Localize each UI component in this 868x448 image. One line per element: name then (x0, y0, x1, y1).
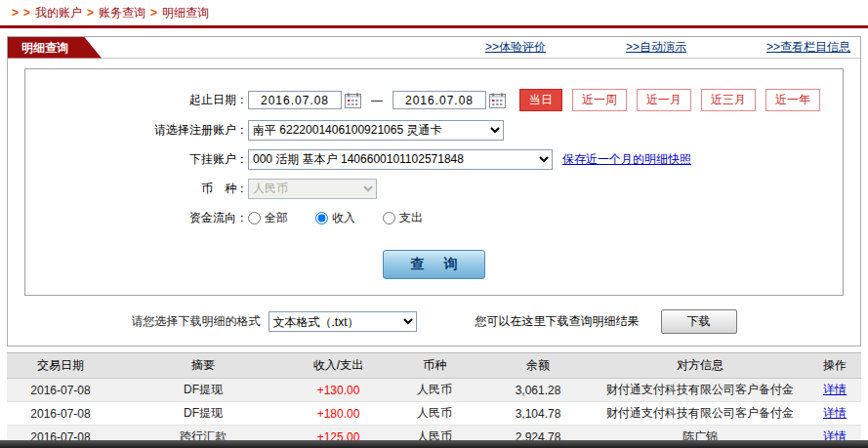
registered-account-row: 请选择注册账户： 南平 6222001406100921065 灵通卡 (25, 119, 843, 141)
cell-amount: +130.00 (292, 379, 385, 402)
fund-flow-all-radio[interactable] (248, 212, 261, 224)
fund-flow-expense-radio[interactable] (383, 212, 395, 224)
col-header-counterparty: 对方信息 (592, 353, 808, 379)
cell-date: 2016-07-08 (7, 379, 114, 402)
fund-flow-income-label: 收入 (332, 210, 355, 226)
experience-rating-link[interactable]: >>体验评价 (485, 39, 546, 56)
bottom-edge-bar (0, 440, 868, 448)
fund-flow-income-radio[interactable] (315, 212, 328, 224)
fund-flow-options: 全部 收入 支出 (248, 210, 450, 226)
cell-date: 2016-07-08 (7, 402, 114, 426)
cell-counterparty: 财付通支付科技有限公司客户备付金 (592, 402, 808, 426)
main-panel: 明细查询 >>体验评价 >>自动演示 >>查看栏目信息 起止日期： — (7, 36, 861, 346)
sub-account-label: 下挂账户： (25, 151, 248, 168)
breadcrumb-arrow: > (23, 6, 30, 20)
col-header-currency: 币种 (385, 353, 484, 379)
sub-account-select[interactable]: 000 活期 基本户 1406600101102571848 (248, 149, 553, 170)
col-header-amount: 收入/支出 (292, 353, 385, 379)
panel-title-tab: 明细查询 (8, 37, 102, 59)
cell-amount: +180.00 (292, 402, 385, 426)
download-hint: 您可以在这里下载查询明细结果 (475, 313, 640, 330)
cell-summary: DF提现 (114, 379, 292, 402)
detail-link[interactable]: 详情 (823, 406, 847, 420)
quick-range-today-button[interactable]: 当日 (519, 89, 562, 111)
registered-account-label: 请选择注册账户： (25, 122, 248, 139)
cell-currency: 人民币 (385, 379, 484, 402)
table-row: 2016-07-08 DF提现 +180.00 人民币 3,104.78 财付通… (7, 402, 861, 426)
download-format-select[interactable]: 文本格式（.txt） (269, 311, 417, 332)
quick-range-quarter-button[interactable]: 近三月 (701, 89, 756, 111)
breadcrumb-arrow: > (150, 6, 157, 20)
query-form: 起止日期： — (24, 68, 844, 296)
transactions-table: 交易日期 摘要 收入/支出 币种 余额 对方信息 操作 2016-07-08 D… (7, 352, 861, 448)
currency-row: 币 种： 人民币 (25, 178, 843, 199)
quick-range-month-button[interactable]: 近一月 (637, 89, 691, 111)
download-row: 请您选择下载明细的格式 文本格式（.txt） 您可以在这里下载查询明细结果 下载 (8, 305, 860, 346)
top-divider (0, 25, 868, 28)
save-monthly-snapshot-link[interactable]: 保存近一个月的明细快照 (562, 151, 691, 168)
cell-currency: 人民币 (385, 402, 484, 426)
col-header-action: 操作 (808, 353, 861, 379)
registered-account-select[interactable]: 南平 6222001406100921065 灵通卡 (248, 120, 504, 141)
view-column-info-link[interactable]: >>查看栏目信息 (766, 39, 850, 56)
fund-flow-expense-option[interactable]: 支出 (383, 210, 423, 226)
breadcrumb-link-account-query[interactable]: 账务查询 (99, 5, 145, 21)
start-date-input[interactable] (248, 91, 342, 109)
cell-balance: 3,104.78 (484, 402, 592, 426)
fund-flow-expense-label: 支出 (399, 210, 423, 226)
breadcrumb: > > 我的账户 > 账务查询 > 明细查询 (0, 0, 868, 25)
breadcrumb-arrow: > (12, 6, 19, 20)
col-header-date: 交易日期 (7, 353, 114, 379)
date-range-separator: — (371, 94, 383, 107)
fund-flow-income-option[interactable]: 收入 (315, 210, 355, 226)
breadcrumb-link-my-account[interactable]: 我的账户 (35, 5, 82, 21)
download-button[interactable]: 下载 (661, 309, 737, 334)
start-date-calendar-icon[interactable] (344, 92, 361, 108)
detail-link[interactable]: 详情 (823, 383, 847, 396)
panel-header-links: >>体验评价 >>自动演示 >>查看栏目信息 (405, 39, 860, 56)
download-format-label: 请您选择下载明细的格式 (132, 313, 261, 330)
fund-flow-all-label: 全部 (265, 210, 288, 226)
table-header-row: 交易日期 摘要 收入/支出 币种 余额 对方信息 操作 (7, 353, 861, 379)
query-button-row: 查 询 (25, 250, 843, 279)
currency-label: 币 种： (25, 181, 248, 197)
breadcrumb-arrow: > (87, 6, 94, 20)
end-date-input[interactable] (393, 91, 486, 109)
calendar-icon (345, 93, 361, 108)
end-date-calendar-icon[interactable] (488, 92, 506, 108)
col-header-balance: 余额 (484, 353, 592, 379)
breadcrumb-link-detail-query[interactable]: 明细查询 (162, 5, 209, 21)
fund-flow-all-option[interactable]: 全部 (248, 210, 288, 226)
auto-demo-link[interactable]: >>自动演示 (626, 39, 686, 56)
table-row: 2016-07-08 DF提现 +130.00 人民币 3,061.28 财付通… (7, 379, 861, 402)
quick-range-week-button[interactable]: 近一周 (572, 89, 627, 111)
currency-select: 人民币 (248, 179, 377, 199)
sub-account-row: 下挂账户： 000 活期 基本户 1406600101102571848 保存近… (25, 148, 843, 170)
calendar-icon (489, 93, 506, 108)
fund-flow-row: 资金流向： 全部 收入 支出 (25, 207, 843, 228)
quick-range-buttons: 当日 近一周 近一月 近三月 近一年 (519, 89, 820, 111)
quick-range-year-button[interactable]: 近一年 (765, 89, 820, 111)
panel-header: 明细查询 >>体验评价 >>自动演示 >>查看栏目信息 (8, 37, 860, 59)
query-button[interactable]: 查 询 (383, 250, 486, 279)
col-header-summary: 摘要 (114, 353, 292, 379)
cell-summary: DF提现 (114, 402, 292, 426)
fund-flow-label: 资金流向： (25, 210, 248, 226)
date-range-label: 起止日期： (25, 92, 248, 108)
cell-balance: 3,061.28 (484, 379, 592, 402)
cell-counterparty: 财付通支付科技有限公司客户备付金 (592, 379, 808, 402)
date-range-row: 起止日期： — (25, 89, 843, 111)
